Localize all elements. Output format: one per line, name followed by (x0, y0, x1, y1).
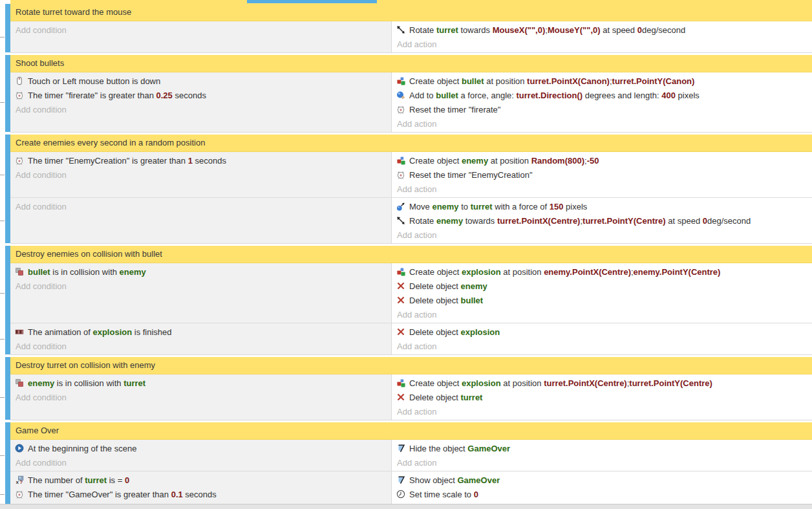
event-selection-bar[interactable] (5, 422, 10, 509)
add-action-button[interactable]: Add action (396, 228, 812, 242)
group-header[interactable]: Create enemies every second in a random … (10, 135, 812, 152)
add-condition-button[interactable]: Add condition (14, 199, 391, 213)
event-drag-handle[interactable] (0, 37, 5, 38)
group-header[interactable]: Game Over (10, 422, 812, 440)
event-action[interactable]: Create object explosion at position enem… (396, 265, 812, 279)
conditions-cell: Add condition (10, 21, 391, 52)
action-text: Set time scale to 0 (409, 490, 478, 499)
event-action[interactable]: Create object bullet at position turret.… (396, 74, 812, 88)
text-segment: bullet (462, 76, 484, 86)
delete-icon (396, 295, 406, 305)
event-selection-bar[interactable] (5, 135, 10, 243)
event-action[interactable]: Reset the timer "firerate" (396, 102, 812, 116)
text-segment: 150 (550, 202, 564, 211)
event-selection-bar[interactable] (5, 357, 10, 420)
event-selection-bar[interactable] (5, 4, 10, 52)
event-drag-handle[interactable] (0, 397, 5, 398)
text-segment: Rotate (409, 216, 436, 226)
event-condition[interactable]: Touch or Left mouse button is down (14, 74, 391, 88)
event-drag-handle[interactable] (0, 175, 5, 175)
event-action[interactable]: Reset the timer "EnemyCreation" (396, 168, 812, 182)
event-action[interactable]: Hide the object GameOver (396, 441, 812, 455)
action-text: Show object GameOver (409, 475, 500, 485)
add-action-button[interactable]: Add action (396, 182, 812, 196)
text-segment: 0 (474, 490, 478, 499)
event-condition[interactable]: x?The number of turret is = 0 (14, 473, 391, 487)
delete-icon (396, 281, 406, 291)
event-condition[interactable]: enemy is in collision with turret (14, 376, 391, 390)
event-drag-handle[interactable] (0, 102, 5, 103)
event-drag-handle[interactable] (0, 494, 5, 495)
add-action-button[interactable]: Add action (396, 455, 812, 470)
delete-icon (396, 327, 406, 337)
event-action[interactable]: Create object enemy at position Random(8… (396, 153, 812, 168)
event-drag-handle[interactable] (0, 455, 5, 456)
group-header[interactable]: Rotate turret toward the mouse (10, 4, 812, 21)
event-drag-handle[interactable] (0, 339, 5, 340)
add-action-button[interactable]: Add action (396, 307, 812, 321)
add-condition-button[interactable]: Add condition (14, 339, 391, 353)
add-condition-button[interactable]: Add condition (14, 455, 391, 470)
text-segment: MouseY("",0) (548, 25, 601, 35)
text-segment: turret (461, 393, 483, 402)
add-action-button[interactable]: Add action (396, 37, 812, 51)
text-segment: Delete object (409, 296, 461, 305)
event-drag-handle[interactable] (0, 293, 5, 294)
text-segment: at position (501, 267, 544, 277)
text-segment: Show object (409, 475, 457, 485)
add-condition-button[interactable]: Add condition (14, 168, 391, 182)
add-action-button[interactable]: Add action (396, 339, 812, 353)
action-text: Create object enemy at position Random(8… (409, 156, 599, 166)
event-drag-handle[interactable] (0, 221, 5, 221)
event-group: Destroy enemies on collision with bullet… (10, 246, 812, 355)
text-segment: is in collision with (54, 378, 123, 388)
event-action[interactable]: Rotate turret towards MouseX("",0);Mouse… (396, 23, 812, 37)
event-action[interactable]: Set time scale to 0 (396, 487, 812, 501)
text-segment: pixels (676, 91, 700, 100)
conditions-cell: At the beginning of the sceneAdd conditi… (10, 440, 391, 471)
event-selection-bar[interactable] (5, 246, 10, 354)
group-header[interactable]: Destroy enemies on collision with bullet (10, 246, 812, 263)
text-segment: is finished (132, 327, 171, 337)
text-segment: Touch or Left mouse button is down (28, 76, 160, 86)
conditions-cell: Add condition (10, 198, 391, 243)
add-condition-button[interactable]: Add condition (14, 102, 391, 116)
event-condition[interactable]: bullet is in collision with enemy (14, 265, 391, 279)
group-header[interactable]: Shoot bullets (10, 55, 812, 72)
text-segment: towards (458, 25, 493, 35)
text-segment: 0 (637, 25, 642, 35)
event-row: Touch or Left mouse button is downThe ti… (10, 72, 812, 132)
event-condition[interactable]: The timer "EnemyCreation" is greater tha… (14, 153, 391, 168)
text-segment: deg/second (707, 216, 751, 226)
event-condition[interactable]: At the beginning of the scene (14, 441, 391, 455)
event-action[interactable]: Delete object bullet (396, 293, 812, 307)
event-action[interactable]: Delete object turret (396, 390, 812, 404)
add-condition-button[interactable]: Add condition (14, 279, 391, 293)
create-object-icon (396, 266, 406, 277)
event-action[interactable]: Delete object enemy (396, 279, 812, 293)
add-condition-button[interactable]: Add condition (14, 390, 391, 404)
create-object-icon (396, 76, 406, 86)
horizontal-scrollbar-thumb[interactable] (247, 0, 377, 3)
event-action[interactable]: Rotate enemy towards turret.PointX(Centr… (396, 213, 812, 228)
event-condition[interactable]: The timer "firerate" is greater than 0.2… (14, 88, 391, 102)
condition-text: The animation of explosion is finished (28, 327, 172, 337)
event-action[interactable]: Move enemy to turret with a force of 150… (396, 199, 812, 213)
action-text: Delete object bullet (409, 296, 483, 305)
add-action-button[interactable]: Add action (396, 404, 812, 418)
add-condition-button[interactable]: Add condition (14, 23, 391, 37)
text-segment: GameOver (467, 444, 510, 453)
event-action[interactable]: Delete object explosion (396, 325, 812, 339)
event-action[interactable]: Create object explosion at position turr… (396, 376, 812, 390)
text-segment: Add to (409, 91, 436, 100)
text-segment: explosion (462, 267, 501, 277)
group-header[interactable]: Destroy turret on collision with enemy (10, 357, 812, 374)
event-sheet: Rotate turret toward the mouseAdd condit… (0, 4, 812, 509)
event-condition[interactable]: The animation of explosion is finished (14, 325, 391, 339)
event-action[interactable]: Show object GameOver (396, 473, 812, 487)
add-action-button[interactable]: Add action (396, 116, 812, 131)
event-selection-bar[interactable] (5, 55, 10, 132)
text-segment: bullet (461, 296, 484, 305)
event-action[interactable]: Add to bullet a force, angle: turret.Dir… (396, 88, 812, 102)
event-condition[interactable]: The timer "GameOver" is greater than 0.1… (14, 487, 391, 501)
